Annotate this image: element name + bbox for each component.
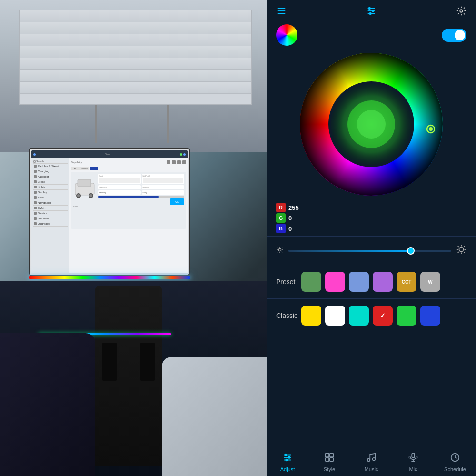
rgb-r-row: R 255 bbox=[276, 203, 466, 212]
preset-swatch-cct[interactable]: CCT bbox=[397, 272, 416, 292]
svg-rect-56 bbox=[412, 453, 415, 458]
nav-item-adjust[interactable]: Adjust bbox=[273, 452, 302, 472]
g-label: G bbox=[276, 213, 286, 223]
classic-swatch-yellow[interactable] bbox=[301, 306, 321, 326]
brightness-thumb[interactable] bbox=[407, 247, 415, 255]
rgb-strip-top bbox=[29, 276, 190, 279]
mic-label: Mic bbox=[409, 466, 417, 472]
brightness-high-icon bbox=[456, 244, 466, 257]
svg-line-33 bbox=[278, 252, 278, 252]
svg-point-23 bbox=[300, 53, 443, 196]
g-value: 0 bbox=[288, 215, 303, 222]
r-label: R bbox=[276, 203, 286, 212]
classic-swatch-cyan[interactable] bbox=[349, 306, 369, 326]
adjust-icon bbox=[282, 452, 293, 465]
sliders-icon[interactable] bbox=[366, 6, 377, 19]
svg-line-30 bbox=[282, 252, 282, 252]
bottom-nav: Adjust Style Music bbox=[267, 448, 476, 476]
seat-left bbox=[0, 333, 95, 476]
svg-point-25 bbox=[429, 127, 433, 131]
mic-icon bbox=[408, 452, 418, 465]
app-panel: R 255 G 0 B 0 bbox=[267, 0, 476, 476]
classic-swatch-blue[interactable] bbox=[420, 306, 440, 326]
music-label: Music bbox=[365, 466, 378, 472]
svg-point-47 bbox=[285, 454, 287, 456]
divider-2 bbox=[267, 265, 476, 265]
brightness-slider[interactable] bbox=[288, 250, 451, 252]
rgb-g-row: G 0 bbox=[276, 213, 466, 223]
preset-label: Preset bbox=[276, 278, 298, 286]
schedule-label: Schedule bbox=[444, 466, 466, 472]
color-wheel[interactable] bbox=[298, 50, 445, 198]
svg-point-54 bbox=[367, 459, 370, 462]
color-preview-section bbox=[267, 24, 476, 46]
svg-point-3 bbox=[77, 194, 80, 197]
b-label: B bbox=[276, 224, 286, 233]
svg-line-38 bbox=[458, 246, 459, 247]
svg-point-26 bbox=[278, 248, 281, 251]
svg-point-14 bbox=[372, 10, 374, 12]
nav-item-schedule[interactable]: Schedule bbox=[441, 452, 469, 472]
b-value: 0 bbox=[288, 225, 303, 232]
svg-rect-50 bbox=[326, 454, 329, 457]
style-label: Style bbox=[324, 466, 335, 472]
svg-line-29 bbox=[278, 248, 278, 248]
svg-line-43 bbox=[464, 246, 465, 247]
classic-swatch-red[interactable]: ✓ bbox=[373, 306, 393, 326]
console-slot-left bbox=[102, 343, 117, 381]
svg-point-13 bbox=[369, 8, 371, 10]
r-value: 255 bbox=[288, 204, 303, 211]
brightness-low-icon bbox=[276, 246, 284, 255]
garage-area bbox=[0, 0, 271, 152]
menu-icon[interactable] bbox=[276, 6, 287, 19]
brightness-row bbox=[276, 244, 466, 257]
classic-swatch-white[interactable] bbox=[325, 306, 345, 326]
car-photo: Tesla Search Paddles & Steeri... Chargin… bbox=[0, 0, 271, 476]
svg-rect-51 bbox=[330, 454, 333, 457]
tesla-screen: Tesla Search Paddles & Steeri... Chargin… bbox=[29, 148, 190, 276]
style-icon bbox=[324, 452, 335, 465]
swatch-checkmark: ✓ bbox=[380, 312, 386, 319]
color-preview-circle bbox=[276, 24, 298, 46]
nav-item-mic[interactable]: Mic bbox=[399, 452, 427, 472]
garage-door bbox=[19, 10, 252, 105]
svg-point-55 bbox=[373, 458, 376, 461]
spacer bbox=[267, 330, 476, 448]
preset-swatch-pink[interactable] bbox=[325, 272, 345, 292]
svg-line-39 bbox=[464, 252, 465, 253]
rgb-b-row: B 0 bbox=[276, 224, 466, 233]
nav-item-style[interactable]: Style bbox=[315, 452, 344, 472]
preset-section: Preset CCT W bbox=[267, 267, 476, 297]
preset-swatch-purple[interactable] bbox=[373, 272, 393, 292]
nav-item-music[interactable]: Music bbox=[357, 452, 386, 472]
svg-point-5 bbox=[89, 194, 92, 197]
garage-rail-left bbox=[95, 105, 97, 143]
preset-swatch-blue[interactable] bbox=[349, 272, 369, 292]
classic-swatch-green[interactable] bbox=[397, 306, 416, 326]
rgb-values: R 255 G 0 B 0 bbox=[267, 203, 476, 234]
preset-swatch-white[interactable]: W bbox=[420, 272, 440, 292]
svg-point-35 bbox=[459, 247, 463, 251]
seat-right bbox=[162, 357, 271, 476]
svg-point-49 bbox=[286, 459, 288, 461]
classic-row: Classic ✓ bbox=[276, 306, 466, 326]
adjust-label: Adjust bbox=[280, 466, 295, 472]
preset-row: Preset CCT W bbox=[276, 272, 466, 292]
svg-point-16 bbox=[460, 10, 463, 12]
power-toggle[interactable] bbox=[442, 29, 466, 42]
svg-rect-1 bbox=[78, 179, 91, 187]
schedule-icon bbox=[450, 452, 460, 465]
preset-swatch-green[interactable] bbox=[301, 272, 321, 292]
divider-1 bbox=[267, 236, 476, 237]
svg-line-42 bbox=[458, 252, 459, 253]
classic-section: Classic ✓ bbox=[267, 301, 476, 330]
classic-label: Classic bbox=[276, 312, 298, 319]
gear-icon[interactable] bbox=[456, 6, 466, 19]
music-icon bbox=[366, 452, 377, 465]
app-header bbox=[267, 0, 476, 24]
svg-point-48 bbox=[288, 456, 290, 458]
console-slot-right bbox=[140, 343, 155, 381]
wheel-container bbox=[267, 46, 476, 203]
svg-rect-52 bbox=[326, 458, 329, 461]
brightness-fill bbox=[288, 250, 411, 252]
